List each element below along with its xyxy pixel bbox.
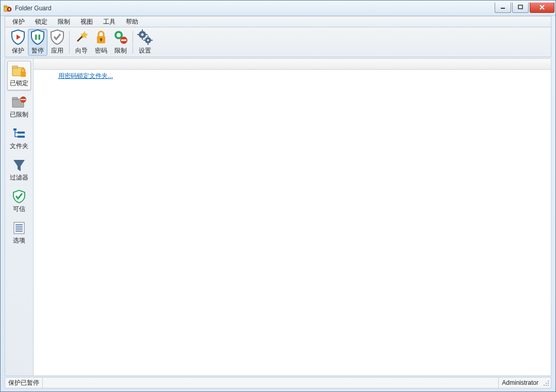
link-lock-folder-with-password[interactable]: 用密码锁定文件夹... <box>58 72 113 79</box>
minimize-button[interactable] <box>495 3 511 13</box>
menu-view[interactable]: 视图 <box>75 17 98 27</box>
shield-check-icon <box>49 29 66 45</box>
menu-restrict[interactable]: 限制 <box>53 17 75 27</box>
statusbar: 保护已暂停 Administrator <box>5 377 551 388</box>
svg-rect-24 <box>148 36 149 37</box>
svg-rect-1 <box>4 6 7 7</box>
tool-protect-label: 保护 <box>12 46 24 55</box>
side-tab-options[interactable]: 选项 <box>7 218 31 248</box>
shield-play-icon <box>10 29 26 45</box>
svg-rect-18 <box>142 29 143 31</box>
side-tab-restricted[interactable]: 已限制 <box>7 92 31 122</box>
tool-password-label: 密码 <box>95 46 107 55</box>
app-window: Folder Guard 保护 锁定 限制 视图 工具 帮助 保护 <box>0 0 556 392</box>
svg-rect-5 <box>518 5 522 9</box>
svg-rect-20 <box>137 34 139 35</box>
svg-rect-32 <box>12 97 18 100</box>
status-protection-state: 保护已暂停 <box>5 378 43 388</box>
svg-rect-38 <box>14 222 24 234</box>
funnel-icon <box>11 158 27 172</box>
side-tab-restricted-label: 已限制 <box>10 110 28 119</box>
svg-rect-25 <box>148 43 149 45</box>
status-user: Administrator <box>498 378 542 388</box>
tool-restrict[interactable]: 限制 <box>111 29 130 56</box>
side-tab-trusted[interactable]: 可信 <box>7 187 31 216</box>
svg-rect-27 <box>151 40 153 41</box>
menu-protect[interactable]: 保护 <box>7 17 30 27</box>
svg-rect-21 <box>145 34 148 35</box>
side-tab-trusted-label: 可信 <box>13 205 25 214</box>
titlebar[interactable]: Folder Guard <box>1 1 555 16</box>
side-tab-locked[interactable]: 已锁定 <box>7 61 31 90</box>
list-header[interactable] <box>34 58 551 70</box>
toolbar-separator <box>69 31 70 54</box>
tool-pause-label: 暂停 <box>31 46 44 55</box>
side-panel: 已锁定 已限制 文件夹 过滤器 <box>5 58 34 376</box>
side-tab-folders[interactable]: 文件夹 <box>7 124 31 153</box>
svg-rect-44 <box>546 385 547 386</box>
shield-check-green-icon <box>11 189 27 204</box>
menu-help[interactable]: 帮助 <box>121 17 143 27</box>
shield-pause-icon <box>29 29 46 45</box>
svg-rect-34 <box>21 99 26 100</box>
tool-protect[interactable]: 保护 <box>8 29 28 56</box>
list-icon <box>11 221 27 235</box>
gear-icon <box>137 29 153 45</box>
wand-icon <box>73 29 90 45</box>
svg-rect-15 <box>121 40 126 41</box>
tool-wizard-label: 向导 <box>75 46 88 55</box>
menu-tools[interactable]: 工具 <box>98 17 121 27</box>
svg-rect-48 <box>548 381 549 382</box>
svg-rect-45 <box>548 383 549 384</box>
svg-rect-47 <box>546 383 547 384</box>
svg-rect-3 <box>9 8 10 10</box>
toolbar: 保护 暂停 应用 向导 密码 <box>5 27 551 57</box>
folder-lock-icon <box>11 63 27 78</box>
side-tab-options-label: 选项 <box>13 236 25 245</box>
side-tab-locked-label: 已锁定 <box>10 79 28 88</box>
tool-apply[interactable]: 应用 <box>47 29 67 56</box>
client-area: 已锁定 已限制 文件夹 过滤器 <box>5 58 551 376</box>
side-tab-filters[interactable]: 过滤器 <box>7 155 31 185</box>
svg-rect-30 <box>21 72 26 77</box>
svg-point-13 <box>117 33 121 37</box>
svg-rect-7 <box>39 35 41 40</box>
tool-settings[interactable]: 设置 <box>135 29 155 56</box>
tool-pause[interactable]: 暂停 <box>28 29 47 56</box>
lock-icon <box>93 29 109 45</box>
window-title: Folder Guard <box>15 5 494 12</box>
folder-deny-icon <box>11 95 27 109</box>
svg-rect-29 <box>12 66 18 68</box>
svg-rect-43 <box>548 385 549 386</box>
close-button[interactable] <box>530 3 554 13</box>
svg-point-23 <box>147 39 149 41</box>
window-controls <box>494 3 554 14</box>
tool-password[interactable]: 密码 <box>91 29 111 56</box>
svg-rect-35 <box>13 128 17 130</box>
resize-grip[interactable] <box>542 378 551 388</box>
maximize-button[interactable] <box>512 3 529 13</box>
svg-rect-26 <box>143 40 145 41</box>
side-tab-filters-label: 过滤器 <box>10 173 28 182</box>
toolbar-separator <box>133 31 133 54</box>
list-body: 用密码锁定文件夹... <box>34 70 551 376</box>
svg-rect-37 <box>18 136 25 138</box>
app-icon <box>4 4 12 12</box>
tool-settings-label: 设置 <box>139 46 151 55</box>
tool-restrict-label: 限制 <box>115 46 127 55</box>
tool-apply-label: 应用 <box>51 46 63 55</box>
svg-rect-11 <box>101 39 102 41</box>
restrict-icon <box>112 29 129 45</box>
side-tab-folders-label: 文件夹 <box>10 142 28 151</box>
svg-rect-19 <box>142 38 143 40</box>
menubar: 保护 锁定 限制 视图 工具 帮助 <box>5 16 551 27</box>
tool-wizard[interactable]: 向导 <box>72 29 91 56</box>
svg-rect-46 <box>544 385 545 386</box>
main-area: 用密码锁定文件夹... <box>34 58 551 376</box>
tree-icon <box>11 126 27 141</box>
menu-lock[interactable]: 锁定 <box>30 17 53 27</box>
svg-rect-36 <box>18 132 25 134</box>
svg-rect-6 <box>35 35 37 40</box>
svg-point-17 <box>141 34 144 36</box>
